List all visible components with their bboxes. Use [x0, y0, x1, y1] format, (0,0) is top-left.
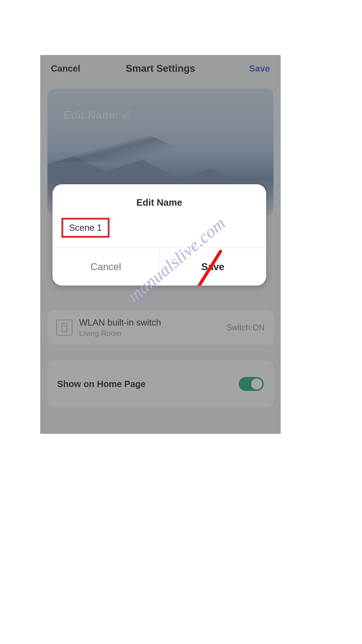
device-room: Living Room	[79, 329, 220, 338]
device-row[interactable]: WLAN built-in switch Living Room Switch:…	[47, 310, 274, 345]
edit-name-modal: Edit Name Scene 1 Cancel Save	[52, 184, 266, 286]
show-on-home-toggle[interactable]	[239, 377, 264, 391]
device-name: WLAN built-in switch	[79, 318, 220, 328]
pencil-icon	[121, 110, 131, 120]
header-cancel-button[interactable]: Cancel	[51, 64, 80, 74]
modal-actions: Cancel Save	[52, 248, 266, 286]
screenshot-frame: Cancel Smart Settings Save Edit Name WLA…	[40, 55, 281, 434]
scene-name-input[interactable]: Scene 1	[61, 218, 109, 238]
show-on-home-label: Show on Home Page	[57, 379, 146, 389]
modal-input-row: Scene 1	[52, 218, 266, 248]
device-status: Switch:ON	[227, 323, 265, 332]
toggle-knob	[251, 378, 262, 390]
show-on-home-row: Show on Home Page	[47, 360, 274, 408]
edit-name-label: Edit Name	[63, 109, 118, 122]
modal-cancel-button[interactable]: Cancel	[52, 248, 159, 286]
modal-save-button[interactable]: Save	[160, 248, 266, 286]
switch-device-icon	[56, 320, 72, 336]
device-text: WLAN built-in switch Living Room	[79, 318, 220, 338]
header-save-button[interactable]: Save	[249, 64, 270, 74]
header: Cancel Smart Settings Save	[40, 55, 281, 82]
modal-title: Edit Name	[52, 184, 266, 218]
edit-name-button[interactable]: Edit Name	[63, 109, 131, 122]
